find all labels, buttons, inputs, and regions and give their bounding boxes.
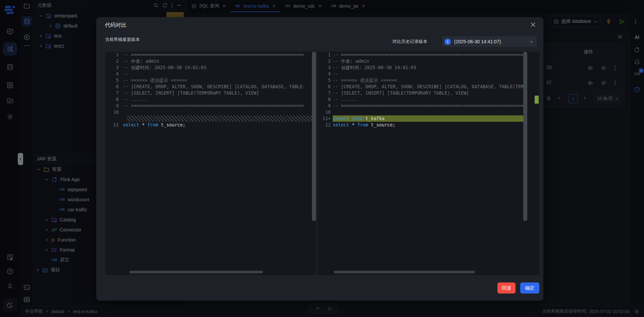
dialog-close-icon[interactable] [530, 22, 536, 28]
version-select-value: (2025-06-30 14:41:07) [454, 39, 530, 44]
code-line: 11+insert into t_kafka [317, 115, 539, 122]
code-line: 10 [317, 109, 539, 115]
version-index-badge: 1 [444, 39, 451, 45]
code-line: 5-- >>>>>> 语法提示 <<<<<< [105, 77, 316, 84]
horizontal-scrollbar[interactable] [334, 271, 475, 273]
code-line: 9-- ====================================… [105, 103, 316, 109]
code-line: 12select * from t_source; [317, 122, 539, 128]
code-line: 3-- 创建时间: 2025-06-30 14:01:03 [317, 64, 539, 71]
code-line: 6-- [CREATE, DROP, ALTER, SHOW, DESCRIBE… [317, 84, 539, 90]
code-line: 6-- [CREATE, DROP, ALTER, SHOW, DESCRIBE… [105, 84, 316, 90]
history-version-label: 对比历史记录版本 [392, 39, 427, 45]
diff-spacer [127, 115, 316, 122]
code-compare-dialog: 代码对比 当前草稿最新版本 对比历史记录版本 1 (2025-06-30 14:… [96, 17, 543, 301]
code-line: 5-- >>>>>> 语法提示 <<<<<< [317, 77, 539, 84]
chevron-down-icon [530, 40, 533, 44]
code-line: 7-- [SELECT, INSERT] [TABLE(TEMPORARY TA… [105, 90, 316, 96]
code-line: 8-- ...... [317, 96, 539, 103]
code-line: 9-- ====================================… [317, 103, 539, 109]
code-line: 4-- [317, 71, 539, 77]
code-line: 8-- ...... [105, 96, 316, 103]
code-line: 2-- 作者: admin [317, 58, 539, 64]
code-line: 7-- [SELECT, INSERT] [TABLE(TEMPORARY TA… [317, 90, 539, 96]
code-line: 4-- [105, 71, 316, 77]
horizontal-scrollbar[interactable] [129, 271, 263, 273]
current-draft-label: 当前草稿最新版本 [105, 37, 140, 43]
code-line: 10 [105, 109, 316, 115]
code-line: 1-- ====================================… [317, 52, 539, 58]
diff-pane-current[interactable]: 1-- ====================================… [105, 52, 316, 275]
code-line: 11select * from t_source; [105, 122, 316, 128]
app-root: 元数据 streampark default test test1 [0, 0, 644, 317]
vertical-scrollbar[interactable] [523, 52, 527, 221]
code-line: 1-- ====================================… [105, 52, 316, 58]
rollback-button[interactable]: 回滚 [497, 282, 516, 294]
vertical-scrollbar[interactable] [312, 52, 316, 221]
confirm-button[interactable]: 确定 [520, 282, 539, 294]
diff-pane-history[interactable]: 1-- ====================================… [317, 52, 539, 275]
dialog-title: 代码对比 [105, 22, 126, 29]
code-line: 2-- 作者: admin [105, 58, 316, 64]
diff-added-marker [535, 96, 539, 104]
code-line: 3-- 创建时间: 2025-06-30 14:01:03 [105, 64, 316, 71]
version-select[interactable]: 1 (2025-06-30 14:41:07) [442, 36, 537, 47]
